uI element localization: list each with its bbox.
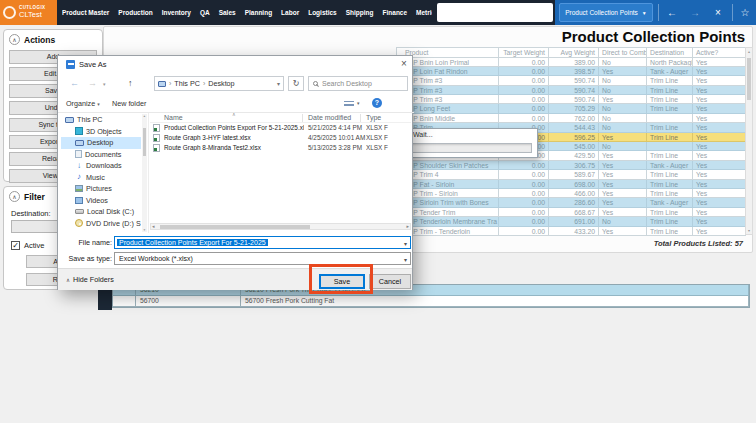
- table-cell: Yes: [693, 217, 746, 226]
- column-divider[interactable]: [360, 114, 361, 122]
- table-row[interactable]: WIP Fat - Sirloin0.00698.00YesTrim LineY…: [397, 180, 745, 189]
- table-cell: Yes: [693, 198, 746, 207]
- column-header-date[interactable]: Date modified: [308, 114, 351, 121]
- active-checkbox[interactable]: ✓: [11, 241, 20, 250]
- help-icon[interactable]: ?: [372, 98, 382, 108]
- search-box[interactable]: Search Desktop: [308, 76, 408, 91]
- tree-item-3d-objects[interactable]: 3D Objects: [61, 126, 141, 138]
- column-divider[interactable]: [302, 114, 303, 122]
- column-header-destination[interactable]: Destination: [647, 48, 693, 58]
- list-horizontal-scrollbar[interactable]: ◂ ▸: [150, 223, 411, 230]
- tree-item-documents[interactable]: Documents: [61, 149, 141, 161]
- table-row[interactable]: WIP Sirloin Trim with Bones0.00286.60Yes…: [397, 198, 745, 207]
- table-vertical-scrollbar[interactable]: ▴ ▾: [745, 47, 753, 235]
- chevron-down-icon[interactable]: ▾: [277, 80, 280, 87]
- chevron-down-icon[interactable]: ▾: [404, 240, 407, 247]
- tree-item-desktop[interactable]: Desktop: [61, 137, 141, 149]
- table-row[interactable]: WIP Loin Fat Rindon0.00398.57YesTank - A…: [397, 67, 745, 76]
- table-row[interactable]: WIP Trim 40.00589.67YesTrim LineYes: [397, 170, 745, 179]
- menu-item-sales[interactable]: Sales: [219, 9, 236, 16]
- menu-item-production[interactable]: Production: [118, 9, 152, 16]
- scroll-right-icon[interactable]: ▸: [406, 224, 409, 229]
- tree-item-local-disk-c[interactable]: Local Disk (C:): [61, 206, 141, 218]
- scroll-down-icon[interactable]: ▾: [746, 228, 752, 233]
- table-cell: Trim Line: [647, 208, 693, 217]
- document-icon: [75, 150, 82, 158]
- column-header-avg-weight[interactable]: Avg Weight: [549, 48, 599, 58]
- chevron-down-icon[interactable]: ▾: [404, 256, 407, 263]
- column-header-name[interactable]: Name: [164, 114, 183, 121]
- screen-selector-dropdown[interactable]: Product Collection Points ▼: [559, 3, 653, 22]
- file-row[interactable]: Route Graph 8-Miranda Test2.xlsx5/13/202…: [150, 143, 411, 153]
- file-row[interactable]: Route Graph 3-HYF latest.xlsx4/25/2025 1…: [150, 133, 411, 143]
- hide-folders-button[interactable]: ∧Hide Folders: [66, 275, 114, 284]
- table-row[interactable]: WIP Tender Trim0.00668.67YesTrim LineYes: [397, 208, 745, 217]
- column-header-direct-to-combo[interactable]: Direct to Combo: [599, 48, 647, 58]
- table-row[interactable]: WIP Trim - Sirloin0.00466.00YesTrim Line…: [397, 189, 745, 198]
- navbar-search-input[interactable]: [437, 3, 553, 22]
- menu-item-finance[interactable]: Finance: [383, 9, 408, 16]
- table-row[interactable]: WIP Trim #30.00590.74NoTrim LineYes: [397, 86, 745, 95]
- organize-menu[interactable]: Organize ▾: [66, 99, 100, 108]
- tree-item-this-pc[interactable]: This PC: [61, 114, 141, 126]
- scrollbar-thumb[interactable]: [143, 128, 146, 156]
- menu-item-logistics[interactable]: Logistics: [308, 9, 337, 16]
- recent-locations-icon[interactable]: ▾: [103, 81, 106, 87]
- column-header-target-weight[interactable]: Target Weight: [499, 48, 549, 58]
- tree-item-dvd-drive-d-s[interactable]: DVD Drive (D:) S: [61, 218, 141, 230]
- tree-item-pictures[interactable]: Pictures: [61, 183, 141, 195]
- table-row[interactable]: WIP Bnin Loin Primal0.00389.00NoNorth Pa…: [397, 58, 745, 67]
- table-row[interactable]: WIP Trim #30.00590.74NoTrim LineYes: [397, 76, 745, 85]
- file-date: 4/25/2025 10:01 AM: [308, 134, 366, 141]
- scroll-up-icon[interactable]: ▴: [746, 49, 752, 54]
- column-header-active[interactable]: Active?: [693, 48, 746, 58]
- table-row[interactable]: WIP Trim - Tenderloin0.00433.20YesTrim L…: [397, 227, 745, 236]
- dialog-close-icon[interactable]: ×: [396, 57, 412, 71]
- scroll-down-icon[interactable]: ▾: [142, 228, 147, 232]
- table-cell: 429.50: [549, 151, 599, 160]
- breadcrumb-desktop[interactable]: Desktop: [208, 79, 234, 88]
- back-arrow-icon[interactable]: ←: [663, 0, 681, 25]
- new-folder-button[interactable]: New folder: [112, 99, 146, 108]
- table-row[interactable]: WIP Shoulder Skin Patches0.00306.75YesTa…: [397, 161, 745, 170]
- favorite-star-icon[interactable]: ☆: [736, 0, 754, 25]
- scroll-left-icon[interactable]: ◂: [152, 224, 155, 229]
- menu-item-qa[interactable]: QA: [200, 9, 210, 16]
- nav-up-icon[interactable]: ↑: [128, 78, 133, 88]
- breadcrumb-this-pc[interactable]: This PC: [174, 79, 200, 88]
- tree-item-videos[interactable]: Videos: [61, 195, 141, 207]
- menu-item-product-master[interactable]: Product Master: [62, 9, 109, 16]
- view-options-icon[interactable]: [344, 101, 354, 108]
- table-row[interactable]: WIP Bnin Middle0.00762.00NoYes: [397, 114, 745, 123]
- menu-item-metrics[interactable]: Metrics: [416, 9, 432, 16]
- close-screen-icon[interactable]: ×: [709, 0, 727, 25]
- nav-forward-icon[interactable]: →: [88, 78, 97, 88]
- table-row[interactable]: WIP Long Feet0.00705.29NoTrim LineYes: [397, 104, 745, 113]
- tree-scrollbar[interactable]: ▴ ▾: [142, 114, 147, 232]
- breadcrumb[interactable]: › This PC › Desktop ▾: [154, 76, 284, 91]
- menu-item-inventory[interactable]: Inventory: [162, 9, 191, 16]
- nav-back-icon[interactable]: ←: [70, 78, 79, 88]
- refresh-button[interactable]: ↻: [288, 76, 304, 91]
- file-row[interactable]: Product Collection Points Export For 5-2…: [150, 123, 411, 133]
- tree-item-music[interactable]: ♪Music: [61, 172, 141, 184]
- file-name-input[interactable]: Product Collection Points Export For 5-2…: [114, 236, 411, 249]
- menu-item-labor[interactable]: Labor: [281, 9, 299, 16]
- list-item[interactable]: 5670056700 Fresh Pork Cutting Fat: [113, 296, 749, 307]
- chevron-down-icon: ▾: [97, 101, 100, 107]
- file-name: Product Collection Points Export For 5-2…: [164, 124, 304, 131]
- tree-item-downloads[interactable]: ↓Downloads: [61, 160, 141, 172]
- menu-item-planning[interactable]: Planning: [245, 9, 272, 16]
- scrollbar-thumb[interactable]: [160, 225, 310, 229]
- column-header-type[interactable]: Type: [366, 114, 381, 121]
- table-row[interactable]: WIP Trim #30.00590.74YesTrim LineYes: [397, 95, 745, 104]
- actions-panel-header[interactable]: ∧ Actions: [4, 30, 102, 47]
- table-row[interactable]: WIP Tenderloin Membrane Tra0.00691.00NoT…: [397, 217, 745, 226]
- forward-arrow-icon[interactable]: →: [686, 0, 704, 25]
- table-cell: 668.67: [549, 208, 599, 217]
- scrollbar-thumb[interactable]: [747, 58, 751, 100]
- chevron-down-icon[interactable]: ▾: [357, 100, 360, 106]
- scroll-up-icon[interactable]: ▴: [142, 114, 147, 118]
- cancel-button[interactable]: Cancel: [369, 274, 411, 289]
- menu-item-shipping[interactable]: Shipping: [346, 9, 374, 16]
